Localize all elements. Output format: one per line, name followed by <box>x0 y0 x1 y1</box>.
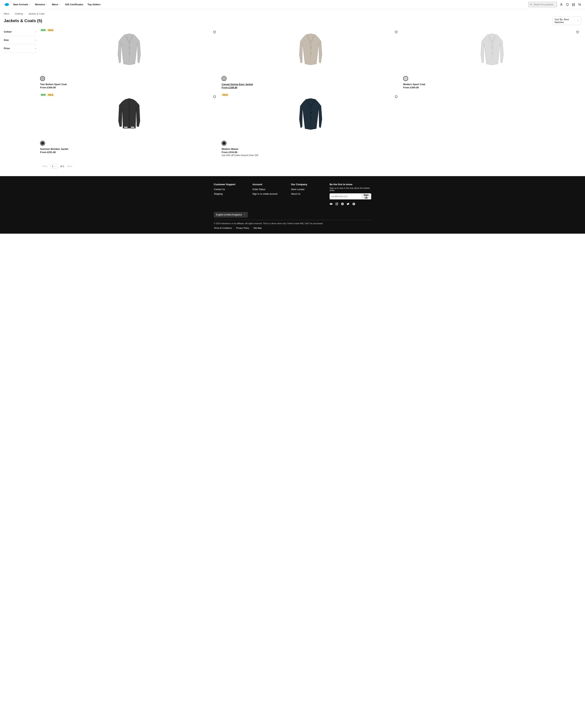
salesforce-logo[interactable] <box>4 3 9 6</box>
product-card[interactable]: SALE Modern Blazer From £316.80 Get 20% … <box>222 92 400 157</box>
product-grid: NEWSALE Two Button Sport Coat From £304.… <box>40 28 581 168</box>
product-name: Modern Blazer <box>222 148 400 150</box>
instagram-icon[interactable] <box>335 203 338 205</box>
footer-link[interactable]: Order Status <box>252 188 280 191</box>
svg-rect-17 <box>336 203 338 205</box>
wishlist-heart-icon[interactable] <box>395 95 398 98</box>
legal-link[interactable]: Terms & Conditions <box>214 227 232 229</box>
filter-colour[interactable]: Colour <box>4 28 37 36</box>
search-input[interactable] <box>533 3 555 6</box>
footer-columns: Customer SupportContact UsShippingAccoun… <box>214 183 371 205</box>
swatches <box>222 141 400 146</box>
footer-col-title: Account <box>252 183 280 186</box>
product-price: From £304.00 <box>40 86 218 89</box>
product-promo: Get 20% off Order Amount Over 200 <box>222 154 400 157</box>
header: New ArrivalsWomensMensGift CertificatesT… <box>0 0 585 9</box>
footer-column: AccountOrder StatusSign in or create acc… <box>252 183 280 205</box>
svg-point-8 <box>311 53 312 54</box>
product-card[interactable]: NEWSALE Two Button Sport Coat From £304.… <box>40 28 218 89</box>
social-links <box>330 203 371 205</box>
sort-select[interactable]: Sort By: Best Matches <box>553 17 581 25</box>
color-swatch[interactable] <box>40 141 45 146</box>
footer-col-title: Our Company <box>291 183 318 186</box>
footer-link[interactable]: Shipping <box>214 192 241 195</box>
prev-button: Prev <box>40 165 48 167</box>
badge-sale: SALE <box>47 94 54 96</box>
chevron-down-icon <box>244 214 246 216</box>
crumb[interactable]: Mens <box>4 12 9 15</box>
product-name: Two Button Sport Coat <box>40 83 218 86</box>
newsletter-submit[interactable]: Sign Up <box>361 193 371 199</box>
store-icon[interactable] <box>572 3 575 6</box>
wishlist-heart-icon[interactable] <box>395 30 398 34</box>
product-card[interactable]: Casual Spring Easy Jacket From £188.80 <box>222 28 400 89</box>
account-icon[interactable] <box>560 3 563 6</box>
product-card[interactable]: Modern Sport Coat From £304.00 <box>403 28 581 89</box>
color-swatch[interactable] <box>40 76 45 81</box>
title-row: Jackets & Coats (5) Sort By: Best Matche… <box>0 15 585 28</box>
chevron-down-icon <box>29 4 31 5</box>
product-price: From £188.80 <box>222 86 400 89</box>
footer-link[interactable]: Store Locator <box>291 188 318 191</box>
product-name: Modern Sport Coat <box>403 83 581 86</box>
wishlist-heart-icon[interactable] <box>213 30 216 34</box>
locale-label: English (United Kingdom) <box>216 213 242 216</box>
nav-top-sellers[interactable]: Top Sellers <box>87 3 100 6</box>
youtube-icon[interactable] <box>330 203 333 205</box>
crumb[interactable]: Clothing <box>15 12 23 15</box>
svg-point-3 <box>579 5 579 6</box>
newsletter-desc: Sign up to stay in the loop about the ho… <box>330 187 371 191</box>
filter-price[interactable]: Price <box>4 44 37 53</box>
sort-label: Sort By: Best Matches <box>555 18 577 24</box>
badge-sale: SALE <box>222 94 229 96</box>
facebook-icon[interactable] <box>352 203 355 205</box>
filter-size[interactable]: Size <box>4 36 37 44</box>
header-icons <box>560 3 581 6</box>
svg-point-10 <box>492 53 493 54</box>
product-image <box>478 32 506 70</box>
locale-selector[interactable]: English (United Kingdom) <box>214 212 248 217</box>
swatches <box>222 76 400 81</box>
nav-mens[interactable]: Mens <box>52 3 61 6</box>
twitter-icon[interactable] <box>347 203 350 205</box>
legal-link[interactable]: Privacy Policy <box>236 227 249 229</box>
crumb: Jackets & Coats <box>28 12 45 15</box>
pinterest-icon[interactable] <box>341 203 344 205</box>
nav-womens[interactable]: Womens <box>35 3 48 6</box>
nav-new-arrivals[interactable]: New Arrivals <box>13 3 31 6</box>
footer-link[interactable]: Contact Us <box>214 188 241 191</box>
wishlist-heart-icon[interactable] <box>576 30 579 34</box>
search-box[interactable] <box>528 2 557 7</box>
chevron-down-icon <box>577 20 579 22</box>
wishlist-heart-icon[interactable] <box>213 95 216 98</box>
svg-line-1 <box>531 5 532 5</box>
search-icon <box>530 3 532 6</box>
footer-link[interactable]: About Us <box>291 192 318 195</box>
swatches <box>403 76 581 81</box>
product-image <box>115 32 144 70</box>
nav-gift-certificates[interactable]: Gift Certificates <box>65 3 83 6</box>
color-swatch[interactable] <box>222 141 227 146</box>
swatches <box>40 141 218 146</box>
footer-link[interactable]: Sign in or create account <box>252 192 280 195</box>
cart-icon[interactable] <box>578 3 581 6</box>
color-swatch[interactable] <box>222 76 227 81</box>
svg-point-2 <box>561 3 562 4</box>
page-title: Jackets & Coats (5) <box>4 18 42 23</box>
page-select[interactable]: 1 <box>50 164 57 168</box>
footer-column: Our CompanyStore LocatorAbout Us <box>291 183 318 205</box>
newsletter-input[interactable] <box>330 193 361 199</box>
newsletter: Be the first to know Sign up to stay in … <box>330 183 371 205</box>
copyright: © 2024 Salesforce or its affiliates. All… <box>214 222 371 225</box>
color-swatch[interactable] <box>403 76 408 81</box>
product-price: From £304.00 <box>403 86 581 89</box>
legal-link[interactable]: Site Map <box>254 227 262 229</box>
product-price: From £201.60 <box>40 151 218 154</box>
svg-point-0 <box>530 4 532 5</box>
page-of-label: of 1 <box>60 165 64 167</box>
svg-point-9 <box>492 48 493 48</box>
product-price: From £316.80 <box>222 151 400 154</box>
product-card[interactable]: NEWSALE Summer Bomber Jacket From £201.6… <box>40 92 218 157</box>
wishlist-icon[interactable] <box>566 3 569 6</box>
chevron-right-icon <box>72 165 74 167</box>
